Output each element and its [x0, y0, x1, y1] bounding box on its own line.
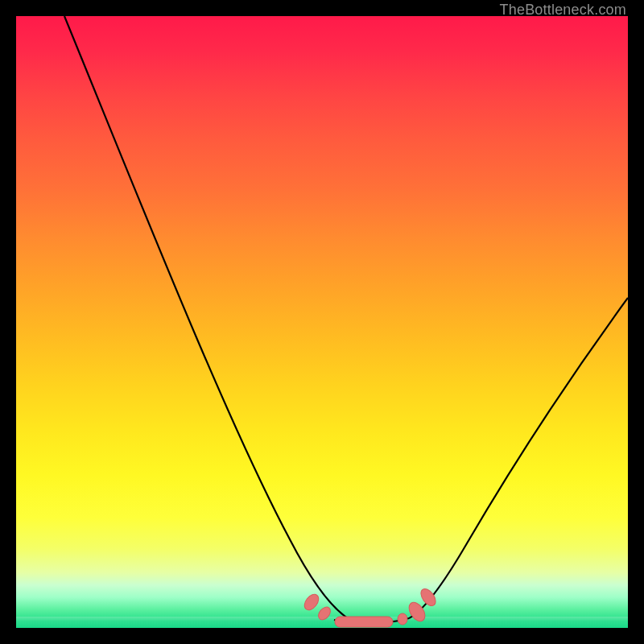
chart-frame: TheBottleneck.com [0, 0, 644, 644]
left-curve [64, 16, 370, 624]
svg-point-3 [398, 613, 407, 625]
svg-point-1 [316, 605, 333, 622]
svg-point-4 [406, 600, 428, 625]
curve-layer [16, 16, 628, 628]
plot-area [16, 16, 628, 628]
svg-rect-2 [335, 617, 393, 627]
svg-point-5 [418, 586, 438, 609]
svg-point-0 [302, 592, 322, 613]
right-curve [409, 298, 628, 618]
